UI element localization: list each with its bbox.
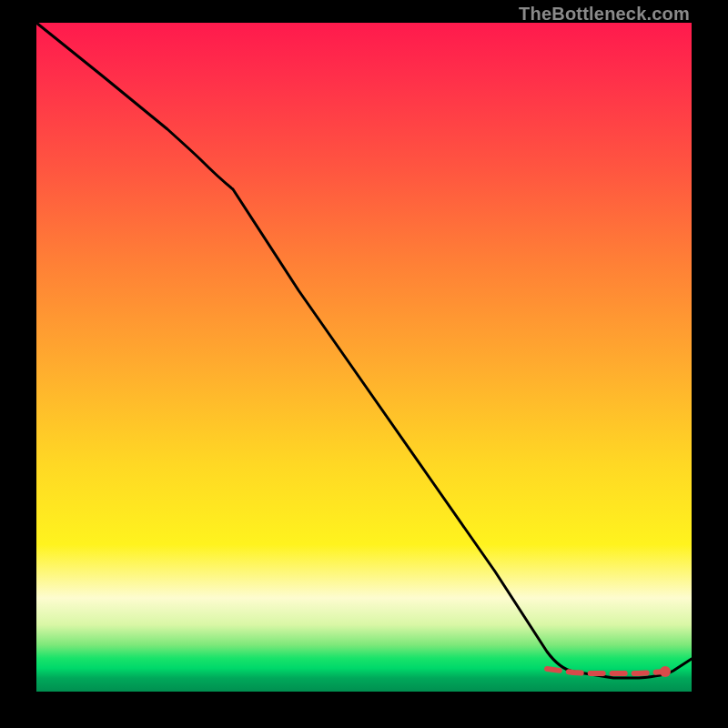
plot-area xyxy=(36,23,692,692)
watermark-text: TheBottleneck.com xyxy=(519,4,690,25)
chart-overlay-svg xyxy=(36,23,692,692)
chart-stage: TheBottleneck.com xyxy=(0,0,728,728)
black-curve-path xyxy=(36,23,692,678)
red-dot-end xyxy=(660,666,671,677)
